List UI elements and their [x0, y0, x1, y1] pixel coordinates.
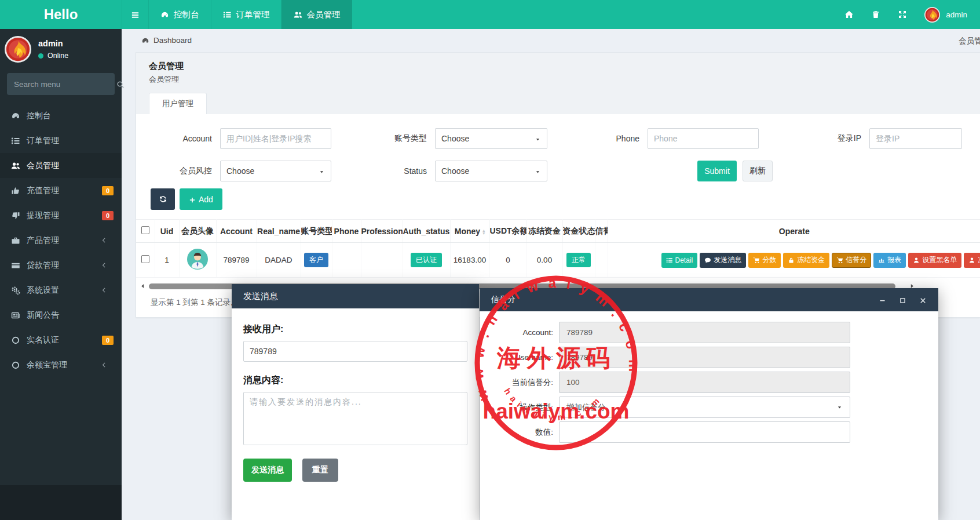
gauge-icon [11, 111, 20, 121]
sidebar-item-1[interactable]: 控制台 [0, 103, 122, 128]
operate-button-发送消息[interactable]: 发送消息 [700, 253, 746, 268]
sidebar-item-5[interactable]: 提现管理0 [0, 203, 122, 228]
member-avatar[interactable] [187, 249, 208, 270]
row-checkbox[interactable] [141, 255, 149, 263]
phone-input[interactable] [648, 128, 759, 149]
reset-button[interactable]: 重置 [302, 459, 338, 482]
member-risk-label: 会员风控 [136, 166, 220, 176]
credit-score-modal-header[interactable]: 信誉分 [480, 288, 938, 311]
sidebar-username: admin [38, 39, 68, 48]
column-header-Uid: Uid [155, 220, 179, 243]
maximize-icon[interactable] [899, 295, 906, 304]
nav-tab-1[interactable]: 控制台 [148, 0, 211, 29]
status-label: Status [356, 166, 435, 176]
caret-down-icon [535, 136, 541, 143]
sidebar-search [7, 73, 115, 95]
operate-button-信誉分[interactable]: 信誉分 [832, 253, 871, 268]
sidebar-item-6[interactable]: 产品管理 [0, 228, 122, 253]
sidebar-search-button[interactable] [116, 79, 125, 89]
nav-tab-2[interactable]: 订单管理 [211, 0, 281, 29]
tab-user-management[interactable]: 用户管理 [149, 93, 207, 114]
sort-icons[interactable]: ▴▾ [482, 229, 485, 235]
table-row[interactable]: 1 789789 DADAD 客户 已认证 16183.00 0 0.00 [136, 243, 980, 278]
sidebar-item-4[interactable]: 充值管理0 [0, 178, 122, 203]
column-header-Auth_status[interactable]: Auth_status▴▾ [403, 220, 450, 243]
select-all-checkbox[interactable] [141, 226, 149, 234]
send-message-modal-header[interactable]: 发送消息 [232, 284, 479, 308]
account-type-select[interactable]: Choose [435, 128, 547, 149]
credit-readonly-field: 100 [559, 372, 850, 393]
cell-money: 16183.00 [450, 243, 489, 278]
recipient-input[interactable] [243, 341, 467, 362]
fullscreen-button[interactable] [898, 10, 907, 19]
operate-button-Detail[interactable]: Detail [661, 253, 698, 268]
cell-account: 789789 [216, 243, 257, 278]
dashboard-icon [141, 36, 149, 45]
minimize-icon[interactable] [879, 295, 886, 304]
credit-value-input[interactable] [559, 421, 850, 443]
operate-button-冻结[interactable]: 冻结 [964, 253, 980, 268]
operate-button-冻结资金[interactable]: 冻结资金 [783, 253, 829, 268]
login-ip-label: 登录IP [802, 133, 869, 144]
nav-tab-3[interactable]: 会员管理 [281, 0, 352, 29]
cart-icon [753, 257, 760, 264]
home-button[interactable] [844, 10, 854, 19]
message-content-textarea[interactable] [243, 392, 467, 445]
list-icon [223, 10, 232, 19]
trash-button[interactable] [871, 10, 880, 19]
account-search-input[interactable] [220, 128, 331, 149]
phone-label: Phone [576, 134, 648, 143]
sidebar-item-3[interactable]: 会员管理 [0, 153, 122, 178]
operate-button-设置黑名单[interactable]: 设置黑名单 [908, 253, 961, 268]
sidebar-menu: 控制台订单管理会员管理充值管理0提现管理0产品管理贷款管理系统设置新闻公告实名认… [0, 103, 122, 377]
column-header-Operate: Operate [608, 220, 980, 243]
sidebar-item-label: 充值管理 [27, 186, 59, 196]
column-header-Money[interactable]: Money▴▾ [450, 220, 489, 243]
credit-readonly-field: 789789 [559, 347, 850, 368]
circle-o-icon [11, 336, 20, 345]
add-member-button[interactable]: Add [180, 188, 222, 210]
scroll-left-icon[interactable] [140, 283, 146, 289]
column-header-Real_name: Real_name [257, 220, 301, 243]
refresh-filter-button[interactable]: 刷新 [743, 161, 773, 181]
gauge-icon [141, 37, 149, 45]
sidebar-item-7[interactable]: 贷款管理 [0, 253, 122, 278]
breadcrumb-left[interactable]: Dashboard [153, 36, 192, 45]
sidebar-search-input[interactable] [14, 80, 116, 89]
plus-icon [189, 197, 196, 203]
gears-icon [11, 286, 20, 295]
operate-button-分数[interactable]: 分数 [748, 253, 781, 268]
sidebar-item-9[interactable]: 新闻公告 [0, 303, 122, 328]
navbar-username[interactable]: admin [946, 10, 967, 19]
maximize-icon [899, 297, 906, 304]
credit-field-row-4: 操作类型:增加信誉分 [480, 397, 938, 418]
thumbs-down-icon [11, 211, 20, 220]
member-risk-select[interactable]: Choose [220, 161, 331, 181]
sidebar-item-10[interactable]: 实名认证0 [0, 328, 122, 352]
sidebar-item-label: 提现管理 [27, 210, 59, 221]
sidebar-badge: 0 [102, 336, 114, 345]
sidebar-item-8[interactable]: 系统设置 [0, 278, 122, 303]
user-avatar[interactable] [924, 7, 940, 23]
operate-button-报表[interactable]: 报表 [873, 253, 906, 268]
credit-score-modal-title: 信誉分 [491, 294, 515, 305]
status-select[interactable]: Choose [435, 161, 547, 181]
sidebar-item-label: 余额宝管理 [27, 360, 67, 370]
sidebar-badge: 0 [102, 186, 114, 195]
caret-down-icon [836, 404, 843, 410]
credit-operation-type-select[interactable]: 增加信誉分 [559, 397, 850, 418]
credit-readonly-field: 789789 [559, 322, 850, 343]
reload-table-button[interactable] [151, 188, 175, 210]
search-icon [116, 81, 125, 89]
credit-field-label: Account: [480, 328, 559, 337]
plus-icon [189, 195, 196, 204]
sidebar-item-11[interactable]: 余额宝管理 [0, 352, 122, 377]
close-icon[interactable] [919, 295, 927, 304]
brand-logo[interactable]: Hello [0, 0, 122, 29]
login-ip-input[interactable] [869, 128, 962, 149]
submit-button[interactable]: Submit [697, 161, 737, 181]
sidebar-item-2[interactable]: 订单管理 [0, 128, 122, 153]
sidebar-toggle-button[interactable] [122, 0, 148, 29]
send-message-button[interactable]: 发送消息 [243, 459, 292, 482]
member-management-box: 会员管理 会员管理 用户管理 Account 账号类型 Choose Phone [136, 52, 980, 318]
